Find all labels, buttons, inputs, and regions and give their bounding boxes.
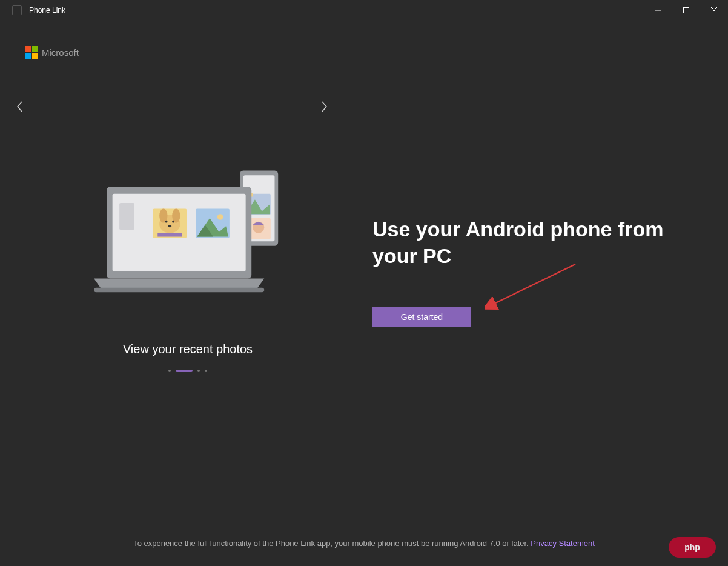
footer: To experience the full functionality of …: [0, 539, 728, 548]
carousel-next-button[interactable]: [315, 92, 334, 121]
carousel-prev-button[interactable]: [10, 92, 29, 121]
svg-rect-12: [119, 203, 134, 230]
laptop-phone-illustration-icon: [85, 164, 291, 297]
chevron-right-icon: [321, 101, 328, 113]
get-started-button[interactable]: Get started: [372, 307, 471, 327]
svg-point-17: [165, 221, 168, 223]
php-watermark: php: [669, 537, 716, 558]
microsoft-text: Microsoft: [42, 47, 79, 58]
svg-rect-23: [94, 288, 264, 293]
privacy-link[interactable]: Privacy Statement: [531, 539, 595, 548]
svg-point-19: [168, 225, 171, 227]
close-icon: [711, 7, 717, 13]
main-content: Use your Android phone from your PC Get …: [372, 216, 712, 327]
maximize-button[interactable]: [672, 0, 700, 21]
svg-point-18: [172, 221, 174, 223]
window-controls: [644, 0, 728, 21]
carousel-illustration: [36, 164, 339, 297]
close-button[interactable]: [700, 0, 728, 21]
chevron-left-icon: [16, 101, 23, 113]
microsoft-squares-icon: [25, 46, 38, 59]
carousel-dot[interactable]: [205, 370, 207, 372]
footer-text: To experience the full functionality of …: [133, 539, 531, 548]
app-icon: [12, 5, 22, 15]
carousel-caption: View your recent photos: [36, 342, 339, 356]
svg-rect-1: [684, 8, 689, 13]
carousel-dots: [36, 370, 339, 372]
carousel-dot[interactable]: [168, 370, 171, 372]
carousel-dot[interactable]: [197, 370, 200, 372]
titlebar: Phone Link: [0, 0, 728, 21]
window-title: Phone Link: [29, 6, 65, 15]
microsoft-logo: Microsoft: [25, 46, 79, 59]
svg-rect-20: [157, 233, 182, 237]
minimize-button[interactable]: [644, 0, 672, 21]
maximize-icon: [683, 7, 689, 13]
minimize-icon: [655, 7, 661, 13]
headline: Use your Android phone from your PC: [372, 216, 712, 269]
svg-point-22: [217, 214, 223, 220]
carousel-dot-active[interactable]: [176, 370, 193, 372]
